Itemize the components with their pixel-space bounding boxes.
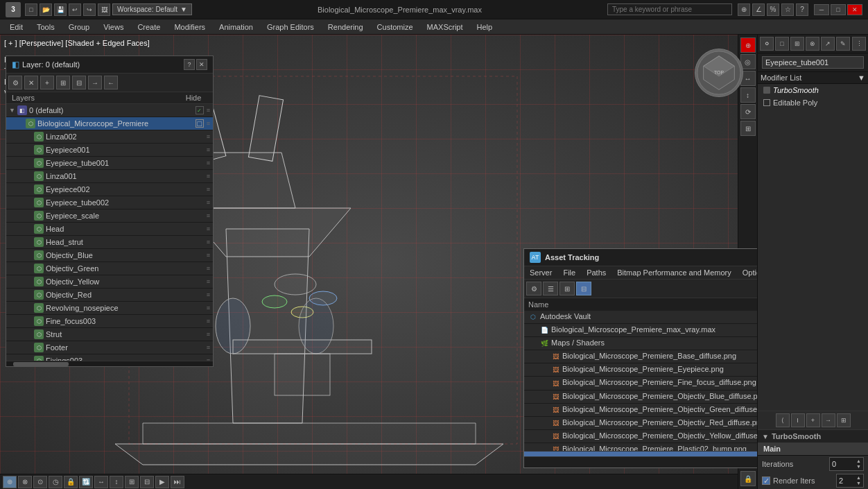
menu-edit[interactable]: Edit — [3, 22, 30, 33]
rp-btn-2[interactable]: □ — [775, 37, 789, 51]
bt-7[interactable]: ↔ — [94, 476, 108, 488]
asset-menu-file[interactable]: File — [560, 268, 578, 277]
layer-item[interactable]: ⬡ Head_strut ≡ — [6, 236, 213, 249]
asset-row[interactable]: 🖼Biological_Microscope_Premiere_Eyepiece… — [524, 363, 757, 377]
asset-row[interactable]: 🌿Maps / Shaders — [524, 337, 757, 350]
redo-btn[interactable]: ↪ — [83, 3, 96, 16]
object-name-input[interactable] — [762, 56, 864, 69]
ref-btn[interactable]: 🖼 — [98, 3, 110, 16]
layer-expand-17[interactable] — [26, 331, 33, 338]
iterations-up[interactable]: ▲ — [856, 458, 861, 464]
layer-expand-5[interactable] — [26, 173, 33, 180]
layer-item[interactable]: ⬡ Eyepiece_tube002 ≡ — [6, 196, 213, 209]
menu-create[interactable]: Create — [130, 22, 167, 33]
layer-item[interactable]: ⬡ Objectiv_Blue ≡ — [6, 249, 213, 262]
snap-btn[interactable]: ⊕ — [738, 3, 750, 16]
layer-expand-14[interactable] — [26, 291, 33, 298]
menu-group[interactable]: Group — [62, 22, 97, 33]
layer-item[interactable]: ⬡ Head ≡ — [6, 223, 213, 236]
asset-menu-bitmap[interactable]: Bitmap Performance and Memory — [614, 268, 734, 277]
rp-btn-6[interactable]: ✎ — [836, 37, 850, 51]
layers-content[interactable]: ▼ ◧ 0 (default) ✓ ≡ ⬡ Biological_Microsc… — [6, 104, 213, 361]
layer-check-0[interactable]: ✓ — [196, 106, 204, 114]
modifier-list-arrow[interactable]: ▼ — [858, 74, 865, 82]
asset-menu-options[interactable]: Options — [740, 268, 757, 277]
menu-rendering[interactable]: Rendering — [321, 22, 370, 33]
rp-btn-5[interactable]: ↗ — [821, 37, 835, 51]
bt-11[interactable]: ▶ — [155, 476, 169, 488]
layer-expand-3[interactable] — [26, 146, 33, 153]
close-btn[interactable]: ✕ — [847, 4, 862, 15]
render-iters-spinner[interactable]: ▲ ▼ — [856, 475, 861, 486]
layer-item[interactable]: ⬡ Objectiv_Red ≡ — [6, 289, 213, 302]
layer-item[interactable]: ⬡ Fixings003 ≡ — [6, 354, 213, 361]
rp-btn-4[interactable]: ⊗ — [806, 37, 819, 51]
bt-8[interactable]: ↕ — [110, 476, 123, 488]
layer-expand-13[interactable] — [26, 278, 33, 285]
layer-expand-10[interactable] — [26, 239, 33, 246]
layer-item[interactable]: ⬡ Linza002 ≡ — [6, 130, 213, 144]
asset-menu-paths[interactable]: Paths — [584, 268, 609, 277]
layer-expand-12[interactable] — [26, 265, 33, 272]
layer-item[interactable]: ⬡ Fine_focus003 ≡ — [6, 315, 213, 328]
bt-2[interactable]: ⊗ — [18, 476, 32, 488]
layer-item[interactable]: ▼ ◧ 0 (default) ✓ ≡ — [6, 104, 213, 117]
rp-btn-3[interactable]: ⊞ — [790, 37, 804, 51]
asset-row[interactable]: 📄Biological_Microscope_Premiere_max_vray… — [524, 324, 757, 337]
lp-tool-right[interactable]: → — [88, 76, 102, 89]
asset-row[interactable]: 🖼Biological_Microscope_Premiere_Objectiv… — [524, 390, 757, 403]
layer-item[interactable]: ⬡ Linza001 ≡ — [6, 170, 213, 183]
layer-expand-0[interactable]: ▼ — [9, 107, 16, 114]
lp-tool-freeze[interactable]: ⊞ — [56, 76, 70, 89]
rp-tool-key[interactable]: I — [791, 413, 805, 427]
iterations-down[interactable]: ▼ — [856, 464, 861, 470]
help-btn[interactable]: ? — [796, 3, 808, 16]
render-iters-checkbox[interactable]: ✓ — [762, 477, 770, 485]
bt-9[interactable]: ⊞ — [125, 476, 139, 488]
asset-row[interactable]: 🖼Biological_Microscope_Premiere_Objectiv… — [524, 429, 757, 443]
asset-tool-4[interactable]: ⊟ — [576, 282, 591, 295]
layer-expand-7[interactable] — [26, 199, 33, 206]
menu-modifiers[interactable]: Modifiers — [167, 22, 212, 33]
layer-expand-8[interactable] — [26, 212, 33, 219]
asset-tool-1[interactable]: ⚙ — [526, 282, 541, 295]
layer-box-1[interactable]: □ — [196, 119, 204, 128]
right-tool-5[interactable]: ⟳ — [740, 104, 756, 119]
bt-3[interactable]: ⊙ — [33, 476, 47, 488]
rp-collapse-icon[interactable]: ▼ — [762, 433, 769, 440]
asset-row[interactable]: 🖼Biological_Microscope_Premiere_Objectiv… — [524, 403, 757, 416]
rp-tool-pin[interactable]: ⟨ — [776, 413, 790, 427]
layer-expand-16[interactable] — [26, 318, 33, 325]
asset-menu-server[interactable]: Server — [527, 268, 555, 277]
bt-6[interactable]: 🔃 — [79, 476, 93, 488]
rp-tool-add[interactable]: + — [806, 413, 820, 427]
undo-btn[interactable]: ↩ — [69, 3, 81, 16]
menu-views[interactable]: Views — [96, 22, 130, 33]
iterations-spinner[interactable]: ▲ ▼ — [856, 458, 861, 470]
workspace-selector[interactable]: Workspace: Default ▼ — [112, 3, 192, 15]
star-btn[interactable]: ☆ — [781, 3, 794, 16]
percent-btn[interactable]: % — [767, 3, 779, 16]
asset-table-wrapper[interactable]: Name Status ⬡Autodesk Vault Logged O 📄Bi… — [524, 298, 757, 451]
open-btn[interactable]: 📂 — [40, 3, 52, 16]
asset-row[interactable]: 🖼Biological_Microscope_Premiere_Objectiv… — [524, 416, 757, 429]
angle-btn[interactable]: ∠ — [752, 3, 765, 16]
asset-tool-2[interactable]: ☰ — [543, 282, 558, 295]
right-tool-6[interactable]: ⊞ — [740, 121, 756, 136]
viewport-area[interactable]: [ + ] [Perspective] [Shaded + Edged Face… — [0, 35, 757, 489]
rp-btn-1[interactable]: ⭘ — [760, 37, 774, 51]
lp-tool-left[interactable]: ← — [104, 76, 118, 89]
render-iters-value[interactable]: 2 ▲ ▼ — [836, 474, 864, 488]
asset-row[interactable]: 🖼Biological_Microscope_Premiere_Plastic0… — [524, 443, 757, 451]
layer-item[interactable]: ⬡ Objectiv_Green ≡ — [6, 262, 213, 275]
search-input[interactable] — [607, 3, 732, 15]
modifier-turbosmoothitem[interactable]: TurboSmooth — [758, 84, 868, 96]
lp-tool-add[interactable]: + — [40, 76, 54, 89]
bt-12[interactable]: ⏭ — [171, 476, 184, 488]
lp-tool-delete[interactable]: ✕ — [24, 76, 38, 89]
layer-expand-9[interactable] — [26, 225, 33, 232]
layer-expand-1[interactable] — [17, 120, 24, 127]
layer-item[interactable]: ⬡ Footer ≡ — [6, 341, 213, 354]
rp-tool-expand[interactable]: ⊞ — [837, 413, 851, 427]
layer-item[interactable]: ⬡ Biological_Microscope_Premiere □ ≡ — [6, 117, 213, 130]
